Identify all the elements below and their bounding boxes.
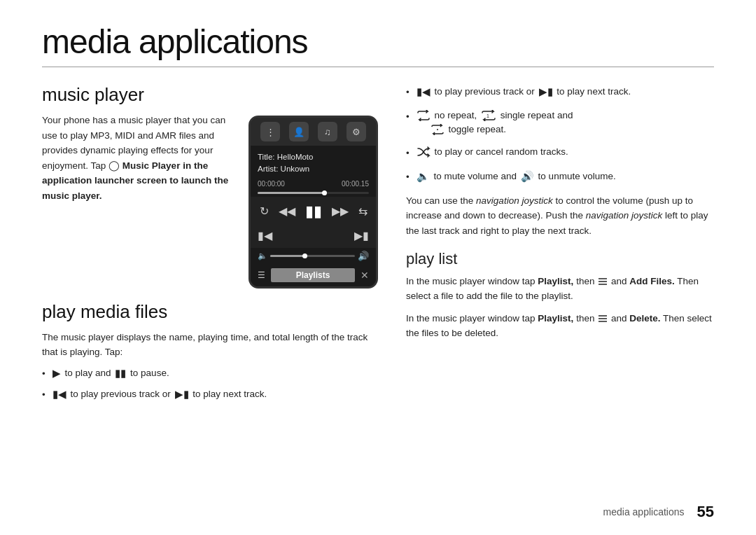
unmute-icon: 🔊 (521, 169, 534, 185)
playlist-section: play list In the music player window tap… (406, 250, 714, 341)
phone-music-icon: ♫ (318, 122, 337, 141)
volume-low-icon: 🔈 (258, 251, 267, 260)
progress-dot (322, 190, 327, 195)
content-columns: music player Your phone has a music play… (42, 84, 714, 408)
page-container: media applications music player Your pho… (0, 0, 756, 535)
phone-top-bar: ⋮ 👤 ♫ ⚙ (251, 118, 376, 146)
play-icon: ▶ (52, 366, 61, 382)
playlist-para-1: In the music player window tap Playlist,… (406, 274, 714, 304)
next-track-icon[interactable]: ▶▶ (332, 204, 349, 218)
right-bullet-4: • 🔈 to mute volume and 🔊 to unmute volum… (406, 169, 714, 185)
music-player-title: music player (42, 84, 378, 106)
right-bullets: • ▮◀ to play previous track or ▶▮ to pla… (406, 84, 714, 185)
skip-next-icon-inline: ▶▮ (175, 387, 189, 403)
bullet-dot-2: • (42, 388, 46, 402)
skip-prev-icon-inline: ▮◀ (52, 387, 66, 403)
toggle-repeat-icon (430, 124, 444, 135)
bullet-prev-next: • ▮◀ to play previous track or ▶▮ to pla… (42, 387, 378, 403)
playlist-para-2: In the music player window tap Playlist,… (406, 311, 714, 341)
title-divider (42, 67, 714, 67)
skip-prev-icon[interactable]: ▮◀ (258, 229, 272, 242)
list-icon-1 (597, 277, 608, 286)
repeat-icon[interactable]: ↻ (260, 204, 269, 218)
right-bullet-3: • to play or cancel random tracks. (406, 145, 714, 160)
phone-settings-icon: ⚙ (346, 122, 366, 141)
right-prev-icon: ▮◀ (416, 84, 430, 100)
pause-icon[interactable]: ▮▮ (305, 202, 322, 221)
playlist-bar: ☰ Playlists ✕ (251, 264, 376, 286)
phone-secondary-controls: ▮◀ ▶▮ (251, 226, 376, 248)
pause-icon-inline: ▮▮ (115, 366, 126, 382)
shuffle-icon[interactable]: ⇆ (358, 204, 368, 218)
music-player-description: Your phone has a music player that you c… (42, 113, 236, 289)
shuffle-icon-right (416, 146, 430, 158)
no-repeat-icon (416, 110, 430, 121)
track-artist: Artist: Unkown (258, 163, 369, 175)
right-bullet-2: • no repeat, 1 (406, 109, 714, 137)
phone-track-info: Title: HelloMoto Artist: Unkown (251, 146, 376, 179)
footer-page: 55 (697, 503, 714, 521)
play-files-bullets: • ▶ to play and ▮▮ to pause. • ▮◀ to pla… (42, 366, 378, 403)
playlist-title: play list (406, 250, 714, 268)
phone-profile-icon: 👤 (289, 122, 309, 141)
svg-text:1: 1 (486, 113, 489, 118)
list-icon-2 (597, 314, 608, 323)
time-total: 00:00.15 (342, 180, 369, 188)
play-files-title: play media files (42, 301, 378, 323)
footer-title: media applications (603, 506, 685, 517)
right-column: • ▮◀ to play previous track or ▶▮ to pla… (406, 84, 714, 408)
play-files-description: The music player displays the name, play… (42, 330, 378, 360)
skip-next-icon[interactable]: ▶▮ (354, 229, 369, 242)
playlist-label[interactable]: Playlists (271, 268, 355, 282)
volume-fill (270, 255, 304, 257)
phone-menu-icon: ⋮ (260, 122, 280, 141)
progress-fill (258, 192, 324, 194)
bullet-dot-1: • (42, 367, 46, 381)
phone-progress-times: 00:00:00 00:00.15 (251, 179, 376, 192)
mute-icon: 🔈 (416, 169, 430, 185)
volume-slider[interactable] (270, 255, 355, 257)
volume-bar: 🔈 🔊 (251, 248, 376, 264)
track-title: Title: HelloMoto (258, 151, 369, 163)
right-next-icon: ▶▮ (539, 84, 553, 100)
left-column: music player Your phone has a music play… (42, 84, 378, 408)
progress-bar (258, 192, 369, 194)
nav-joystick-text: You can use the navigation joystick to c… (406, 193, 714, 239)
playlist-close-icon[interactable]: ✕ (360, 270, 369, 281)
music-player-body: Your phone has a music player that you c… (42, 113, 378, 289)
right-bullet-1: • ▮◀ to play previous track or ▶▮ to pla… (406, 84, 714, 100)
bullet-play-pause: • ▶ to play and ▮▮ to pause. (42, 366, 378, 382)
volume-high-icon: 🔊 (358, 251, 369, 261)
page-footer: media applications 55 (603, 503, 714, 521)
prev-track-icon[interactable]: ◀◀ (279, 204, 295, 218)
main-title: media applications (42, 22, 714, 61)
volume-dot (302, 253, 307, 258)
playlist-menu-icon[interactable]: ☰ (258, 270, 265, 280)
phone-mockup: ⋮ 👤 ♫ ⚙ Title: HelloMoto Artist: Unkown (248, 116, 378, 289)
phone-main-controls: ↻ ◀◀ ▮▮ ▶▶ ⇆ (251, 197, 376, 226)
phone-screen: ⋮ 👤 ♫ ⚙ Title: HelloMoto Artist: Unkown (248, 116, 378, 289)
time-current: 00:00:00 (258, 180, 285, 188)
single-repeat-icon: 1 (481, 110, 496, 121)
